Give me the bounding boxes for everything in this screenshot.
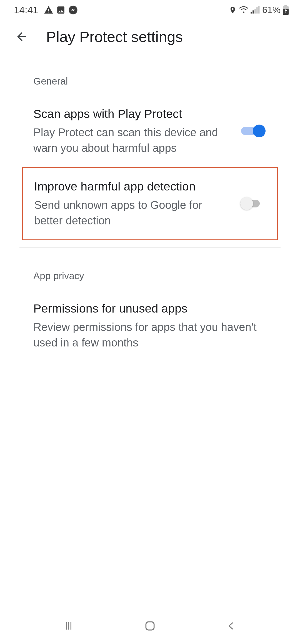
page-title: Play Protect settings xyxy=(46,28,183,45)
content: General Scan apps with Play Protect Play… xyxy=(0,53,300,361)
setting-text: Improve harmful app detection Send unkno… xyxy=(34,179,229,228)
setting-text: Permissions for unused apps Review permi… xyxy=(33,301,267,350)
svg-rect-1 xyxy=(251,12,252,14)
recents-icon xyxy=(63,620,74,631)
nav-home-button[interactable] xyxy=(136,618,164,634)
setting-text: Scan apps with Play Protect Play Protect… xyxy=(33,106,230,156)
app-bar: Play Protect settings xyxy=(0,20,300,53)
svg-rect-4 xyxy=(256,7,258,13)
navigation-bar xyxy=(0,608,300,644)
nav-back-button[interactable] xyxy=(218,618,245,634)
status-time: 14:41 xyxy=(14,4,38,16)
setting-scan-apps[interactable]: Scan apps with Play Protect Play Protect… xyxy=(0,95,300,167)
status-right: 61% xyxy=(229,5,289,15)
setting-description: Play Protect can scan this device and wa… xyxy=(33,125,230,156)
toggle-improve-detection[interactable] xyxy=(240,197,266,210)
location-icon xyxy=(229,6,237,14)
wifi-icon xyxy=(239,6,248,14)
chevron-left-icon xyxy=(226,620,237,631)
battery-icon xyxy=(283,5,289,15)
setting-title: Permissions for unused apps xyxy=(33,301,267,316)
svg-rect-5 xyxy=(258,6,259,14)
setting-description: Review permissions for apps that you hav… xyxy=(33,319,267,350)
arrow-back-icon xyxy=(15,30,28,43)
back-button[interactable] xyxy=(14,29,29,44)
warning-icon xyxy=(44,5,53,15)
setting-permissions-unused[interactable]: Permissions for unused apps Review permi… xyxy=(0,290,300,361)
svg-rect-2 xyxy=(252,10,254,13)
signal-icon xyxy=(251,6,260,14)
toggle-scan-apps[interactable] xyxy=(241,124,267,138)
setting-description: Send unknown apps to Google for better d… xyxy=(34,197,229,228)
section-header-general: General xyxy=(0,53,300,95)
nav-recents-button[interactable] xyxy=(55,618,82,634)
status-left: 14:41 xyxy=(14,4,78,16)
setting-title: Improve harmful app detection xyxy=(34,179,229,194)
section-header-privacy: App privacy xyxy=(0,248,300,290)
status-bar: 14:41 61% xyxy=(0,0,300,20)
app-icon xyxy=(68,5,78,15)
battery-percentage: 61% xyxy=(262,5,281,15)
svg-rect-3 xyxy=(254,9,256,14)
svg-rect-10 xyxy=(146,622,154,630)
home-icon xyxy=(144,620,156,632)
image-icon xyxy=(56,5,66,15)
setting-improve-detection[interactable]: Improve harmful app detection Send unkno… xyxy=(22,167,278,240)
setting-title: Scan apps with Play Protect xyxy=(33,106,230,122)
